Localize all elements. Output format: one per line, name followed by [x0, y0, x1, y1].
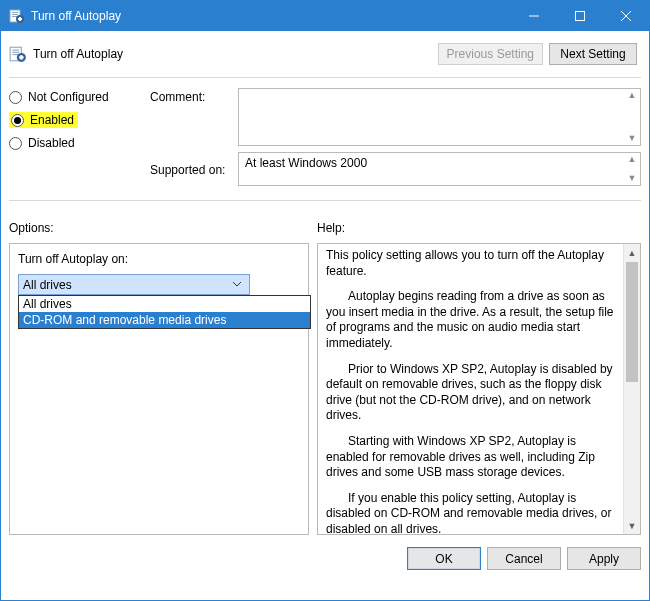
apply-button[interactable]: Apply [567, 547, 641, 570]
client-area: Turn off Autoplay Previous Setting Next … [1, 31, 649, 600]
radio-disabled[interactable]: Disabled [9, 136, 144, 150]
supported-on-value: At least Windows 2000 [245, 156, 367, 170]
previous-setting-button: Previous Setting [438, 43, 543, 65]
scroll-up-icon: ▲ [626, 155, 638, 164]
help-pane: This policy setting allows you to turn o… [317, 243, 641, 535]
lower-panes: Turn off Autoplay on: All drives All dri… [9, 243, 641, 535]
state-radios: Not Configured Enabled Disabled [9, 88, 144, 150]
window-controls [511, 1, 649, 31]
titlebar: Turn off Autoplay [1, 1, 649, 31]
combo-item-cdrom-removable[interactable]: CD-ROM and removable media drives [19, 312, 310, 328]
dialog-footer: OK Cancel Apply [9, 539, 641, 570]
combo-display[interactable]: All drives [18, 274, 250, 295]
scroll-down-icon[interactable]: ▼ [624, 517, 640, 534]
scroll-down-icon: ▼ [626, 134, 638, 143]
policy-icon [9, 45, 27, 63]
supported-on-label: Supported on: [150, 161, 232, 177]
close-button[interactable] [603, 1, 649, 31]
svg-rect-1 [12, 12, 18, 13]
svg-rect-8 [576, 12, 585, 21]
next-setting-button[interactable]: Next Setting [549, 43, 637, 65]
help-p1: This policy setting allows you to turn o… [326, 248, 617, 279]
radio-icon [9, 137, 22, 150]
scroll-thumb[interactable] [626, 262, 638, 382]
pane-labels: Options: Help: [9, 221, 641, 235]
comment-textarea[interactable]: ▲ ▼ [238, 88, 641, 146]
window-title: Turn off Autoplay [31, 9, 121, 23]
radio-icon [9, 91, 22, 104]
ok-button[interactable]: OK [407, 547, 481, 570]
scroll-up-icon[interactable]: ▲ [624, 244, 640, 261]
combo-item-all-drives[interactable]: All drives [19, 296, 310, 312]
options-pane: Turn off Autoplay on: All drives All dri… [9, 243, 309, 535]
options-field-label: Turn off Autoplay on: [18, 252, 300, 266]
radio-label: Enabled [30, 113, 74, 127]
comment-scrollbar[interactable]: ▲ ▼ [624, 89, 640, 145]
radio-label: Disabled [28, 136, 75, 150]
svg-rect-13 [12, 52, 19, 53]
divider [9, 200, 641, 201]
comment-label: Comment: [150, 88, 232, 104]
cancel-button[interactable]: Cancel [487, 547, 561, 570]
svg-rect-17 [19, 56, 24, 58]
options-label: Options: [9, 221, 317, 235]
chevron-down-icon [229, 282, 245, 288]
header-row: Turn off Autoplay Previous Setting Next … [9, 37, 641, 71]
policy-icon [9, 8, 25, 24]
help-scrollbar[interactable]: ▲ ▼ [623, 244, 640, 534]
supported-on-field: At least Windows 2000 ▲ ▼ [238, 152, 641, 186]
svg-rect-2 [12, 14, 18, 15]
radio-not-configured[interactable]: Not Configured [9, 90, 144, 104]
upper-grid: Not Configured Enabled Disabled Comment:… [9, 88, 641, 186]
help-p2: Autoplay begins reading from a drive as … [326, 289, 617, 351]
help-label: Help: [317, 221, 641, 235]
help-p4: Starting with Windows XP SP2, Autoplay i… [326, 434, 617, 481]
radio-icon [11, 114, 24, 127]
scroll-down-icon: ▼ [626, 174, 638, 183]
radio-enabled[interactable]: Enabled [9, 112, 78, 128]
help-p3: Prior to Windows XP SP2, Autoplay is dis… [326, 362, 617, 424]
divider [9, 77, 641, 78]
help-p5: If you enable this policy setting, Autop… [326, 491, 617, 534]
scroll-up-icon: ▲ [626, 91, 638, 100]
help-text: This policy setting allows you to turn o… [318, 244, 623, 534]
combo-selected-value: All drives [23, 278, 72, 292]
supported-scrollbar[interactable]: ▲ ▼ [624, 153, 640, 185]
svg-rect-6 [18, 18, 22, 20]
page-title: Turn off Autoplay [33, 47, 438, 61]
dialog-window: Turn off Autoplay [0, 0, 650, 601]
radio-label: Not Configured [28, 90, 109, 104]
minimize-button[interactable] [511, 1, 557, 31]
maximize-button[interactable] [557, 1, 603, 31]
autoplay-scope-combo[interactable]: All drives All drives CD-ROM and removab… [18, 274, 250, 295]
svg-rect-12 [12, 50, 19, 51]
combo-dropdown-list: All drives CD-ROM and removable media dr… [18, 295, 311, 329]
